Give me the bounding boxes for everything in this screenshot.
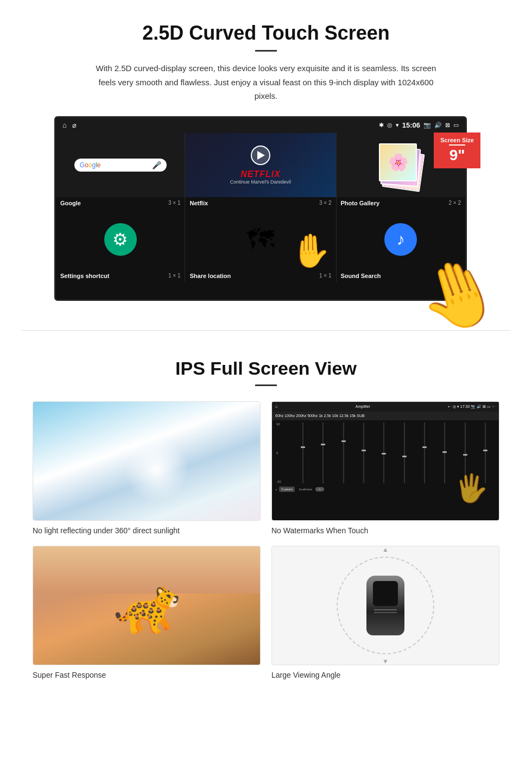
slider-thumb-10	[483, 450, 487, 451]
usb-icon: ⌀	[72, 121, 77, 129]
amp-slider-4[interactable]	[363, 422, 364, 483]
settings-icon-circle: ⚙	[104, 223, 137, 256]
amp-slider-7[interactable]	[424, 422, 425, 483]
app-cell-share[interactable]: 🗺 🤚 Share location 1 × 1	[185, 209, 336, 282]
amp-freq-labels: 60hz 100hz 200hz 500hz 1k 2.5k 10k 12.5k…	[275, 414, 365, 418]
section-divider	[22, 330, 510, 331]
app-cell-netflix[interactable]: NETFLIX Continue Marvel's Daredevil Netf…	[185, 133, 336, 209]
g-letter-o1: o	[85, 161, 88, 169]
sunlight-caption: No light reflecting under 360° direct su…	[33, 526, 261, 535]
app-cell-google[interactable]: Google 🎤 Google 3 × 1	[56, 133, 185, 209]
status-bar-left: ⌂ ⌀	[62, 121, 77, 129]
watermarks-caption: No Watermarks When Touch	[271, 526, 499, 535]
mic-icon[interactable]: 🎤	[152, 161, 161, 169]
section-ips: IPS Full Screen View No light reflecting…	[0, 342, 532, 690]
gear-icon: ⚙	[112, 229, 128, 250]
slider-thumb-1	[301, 446, 305, 448]
device-wrapper: Screen Size 9" ⌂ ⌀ ✱ ◎ ▾ 15:06 📷 🔊 ⊠	[54, 116, 478, 301]
section1-description: With 2.5D curved-display screen, this de…	[87, 61, 445, 103]
badge-title: Screen Size	[440, 137, 474, 143]
amp-slider-3[interactable]	[343, 422, 344, 483]
car-top-arrow: ▲	[382, 546, 389, 553]
badge-size: 9"	[449, 147, 465, 163]
settings-app-name: Settings shortcut	[60, 273, 109, 279]
ips-title-underline	[255, 384, 277, 386]
battery-icon: ⊠	[445, 122, 450, 129]
speed-image: 🐆	[33, 546, 261, 665]
maps-icon: 🗺	[247, 224, 274, 255]
share-content: 🗺 🤚	[185, 209, 335, 270]
location-icon: ◎	[387, 122, 392, 129]
amp-slider-1[interactable]	[302, 422, 303, 483]
amplifier-visual: ⌂ Amplifier ▪ · ◎ ▾ 17:33 📷 🔊 ⊠ ▭ ← 60hz…	[272, 402, 499, 520]
speed-caption: Super Fast Response	[33, 671, 261, 679]
status-bar-right: ✱ ◎ ▾ 15:06 📷 🔊 ⊠ ▭	[379, 121, 459, 129]
amp-home: ⌂	[275, 405, 277, 408]
amp-db-labels: 10 0 -10	[276, 422, 293, 483]
share-app-name: Share location	[189, 273, 231, 279]
volume-icon: 🔊	[434, 122, 442, 129]
amp-slider-8[interactable]	[444, 422, 445, 483]
sound-content: ♪	[337, 209, 465, 270]
home-icon[interactable]: ⌂	[62, 121, 67, 129]
camera-icon: 📷	[423, 122, 431, 129]
sound-app-size: 1 × 1	[448, 273, 461, 279]
car-hood-line	[374, 609, 397, 610]
google-content: Google 🎤	[56, 133, 185, 197]
feature-item-sunlight: No light reflecting under 360° direct su…	[33, 401, 261, 535]
netflix-bg	[185, 133, 335, 197]
sound-app-name: Sound Search	[341, 273, 381, 279]
hand-pointing-icon: 🤚	[290, 231, 331, 270]
netflix-app-size: 3 × 2	[319, 200, 332, 206]
slider-thumb-6	[402, 456, 407, 457]
app-cell-sound[interactable]: ♪ Sound Search 1 × 1	[337, 209, 465, 282]
amp-eq-container: 10 0 -10	[272, 420, 499, 485]
slider-thumb-3	[341, 440, 346, 442]
slider-thumb-7	[422, 446, 427, 448]
feature-item-speed: 🐆 Super Fast Response	[33, 546, 261, 679]
settings-app-size: 1 × 1	[168, 273, 181, 279]
car-windshield	[373, 581, 398, 606]
gallery-stack: 🌸	[379, 143, 422, 187]
amp-custom-button[interactable]: Custom	[279, 487, 295, 492]
amp-slider-5[interactable]	[383, 422, 384, 483]
slider-thumb-4	[362, 450, 366, 451]
amp-toggle[interactable]: ○	[315, 487, 324, 491]
google-app-name: Google	[60, 200, 81, 206]
settings-content: ⚙	[56, 209, 185, 270]
status-bar: ⌂ ⌀ ✱ ◎ ▾ 15:06 📷 🔊 ⊠ ▭	[56, 118, 465, 133]
amp-slider-2[interactable]	[322, 422, 324, 483]
screen-size-badge: Screen Size 9"	[434, 133, 480, 168]
feature-grid: No light reflecting under 360° direct su…	[33, 401, 499, 679]
db-label-0: 0	[276, 451, 293, 455]
flower-icon: 🌸	[388, 153, 408, 172]
amp-icons: ▪ · ◎ ▾ 17:33 📷 🔊 ⊠ ▭ ←	[448, 405, 496, 409]
gallery-app-size: 2 × 2	[448, 200, 461, 206]
netflix-subtitle: Continue Marvel's Daredevil	[230, 179, 291, 185]
car-body	[366, 576, 404, 635]
google-search-bar[interactable]: Google 🎤	[74, 159, 167, 172]
g-letter-e: e	[97, 161, 101, 169]
g-letter-g: G	[80, 161, 85, 169]
sunlight-image	[33, 401, 261, 521]
amp-title-bar: 60hz 100hz 200hz 500hz 1k 2.5k 10k 12.5k…	[272, 412, 499, 420]
hand-touch-icon: 🖐	[454, 472, 488, 504]
status-time: 15:06	[402, 121, 420, 129]
app-grid-bottom: ⚙ Settings shortcut 1 × 1 🗺 🤚 S	[56, 209, 465, 282]
car-bottom-arrow: ▼	[382, 658, 389, 665]
netflix-info: NETFLIX Continue Marvel's Daredevil	[230, 169, 291, 185]
app-cell-settings[interactable]: ⚙ Settings shortcut 1 × 1	[56, 209, 185, 282]
amp-loudness-label: loudness	[299, 488, 312, 491]
google-app-size: 3 × 1	[168, 200, 181, 206]
play-triangle	[257, 151, 265, 160]
share-app-size: 1 × 1	[319, 273, 332, 279]
amp-prev[interactable]: «	[275, 488, 277, 491]
section2-title: IPS Full Screen View	[33, 358, 499, 379]
netflix-play-button[interactable]	[251, 146, 270, 165]
music-note-icon: ♪	[397, 230, 405, 249]
device-screen: ⌂ ⌀ ✱ ◎ ▾ 15:06 📷 🔊 ⊠ ▭	[54, 116, 467, 301]
gallery-img-front: 🌸	[379, 143, 417, 181]
amp-slider-6[interactable]	[404, 422, 405, 483]
slider-thumb-2	[321, 444, 325, 445]
gallery-label: Photo Gallery 2 × 2	[337, 197, 465, 209]
